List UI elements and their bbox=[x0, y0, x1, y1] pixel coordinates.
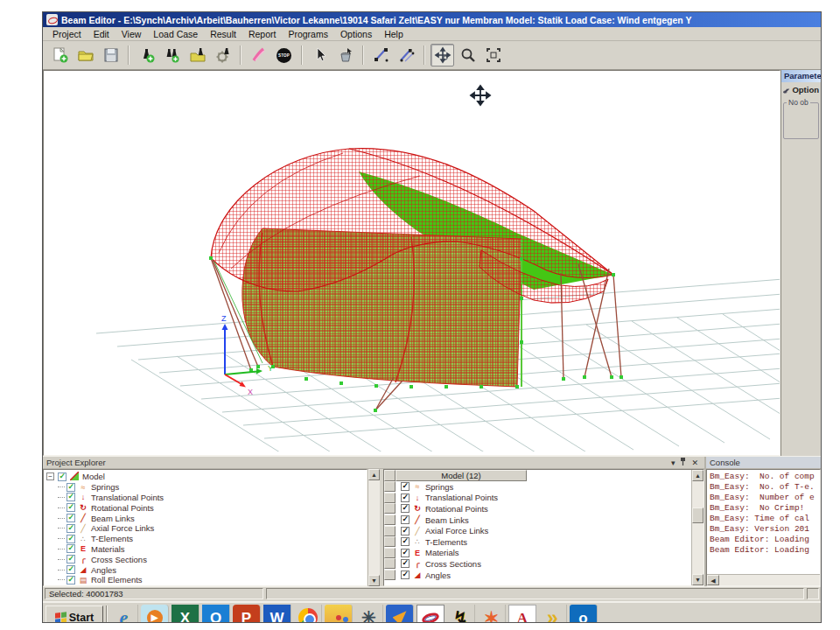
model-list-row[interactable]: ◢ Angles bbox=[384, 570, 691, 581]
new-model-icon[interactable] bbox=[48, 44, 72, 66]
checkbox-checked[interactable] bbox=[66, 524, 75, 533]
save-icon[interactable] bbox=[99, 44, 122, 66]
draw-polyline-icon[interactable] bbox=[395, 44, 418, 66]
pin-icon[interactable] bbox=[677, 458, 689, 468]
checkbox-checked[interactable] bbox=[401, 527, 410, 536]
titlebar[interactable]: Beam Editor - E:\Synch\Archiv\Arbeit\Bau… bbox=[43, 12, 821, 27]
add-load-case-icon[interactable] bbox=[135, 44, 158, 66]
checkbox-checked[interactable] bbox=[401, 504, 410, 513]
send-icon[interactable]: » bbox=[539, 605, 567, 623]
outlook-icon[interactable]: O bbox=[202, 605, 230, 623]
scroll-left-icon[interactable]: ◀ bbox=[707, 575, 719, 585]
checkbox-checked[interactable] bbox=[401, 559, 410, 568]
parameter-panel-caption[interactable]: Parameter bbox=[781, 70, 821, 82]
checkbox-checked[interactable] bbox=[401, 549, 410, 557]
beam-editor-icon[interactable] bbox=[416, 605, 444, 623]
tree-item[interactable]: ╱ Beam Links bbox=[46, 513, 367, 523]
tree-item[interactable]: ╭ Cross Sections bbox=[46, 554, 367, 564]
fan-icon[interactable]: ✳ bbox=[355, 605, 383, 623]
scroll-up-icon[interactable]: ▲ bbox=[692, 470, 704, 481]
model-list-row[interactable]: ╱ Beam Links bbox=[384, 514, 691, 526]
zoom-icon[interactable] bbox=[456, 44, 480, 66]
erase-icon[interactable] bbox=[333, 44, 357, 66]
menu-item[interactable]: Result bbox=[204, 28, 242, 40]
scroll-up-icon[interactable]: ▲ bbox=[368, 469, 380, 480]
checkbox-checked[interactable] bbox=[66, 555, 75, 564]
compute-load-case-icon[interactable] bbox=[211, 44, 234, 66]
tree-item[interactable]: E Materials bbox=[46, 544, 367, 555]
tree-item[interactable]: ◢ Angles bbox=[46, 564, 367, 575]
close-icon[interactable]: ✕ bbox=[689, 458, 701, 468]
add-load-group-icon[interactable] bbox=[160, 44, 184, 66]
tree-item[interactable]: ╱ Axial Force Links bbox=[46, 523, 367, 534]
checkbox-checked[interactable] bbox=[66, 544, 75, 553]
acrobat-icon[interactable]: A bbox=[508, 605, 536, 623]
menu-item[interactable]: Load Case bbox=[147, 28, 204, 40]
checkbox-checked[interactable] bbox=[66, 535, 75, 543]
tree-root-model[interactable]: − Model bbox=[46, 472, 367, 482]
scroll-thumb[interactable] bbox=[692, 508, 704, 523]
menu-item[interactable]: Project bbox=[46, 28, 88, 40]
zoom-extents-icon[interactable] bbox=[481, 44, 505, 66]
checkbox-checked[interactable] bbox=[58, 472, 66, 481]
draw-result-icon[interactable] bbox=[247, 44, 270, 66]
3d-viewport[interactable]: Z Y X bbox=[43, 70, 780, 456]
project-explorer-caption[interactable]: Project Explorer ▾ ✕ bbox=[43, 457, 704, 469]
model-list-row[interactable]: ∴ T-Elements bbox=[384, 536, 691, 548]
collapse-icon[interactable]: − bbox=[46, 472, 54, 480]
select-cursor-icon[interactable] bbox=[308, 44, 332, 66]
start-button[interactable]: Start bbox=[46, 606, 103, 623]
model-list-row[interactable]: ╭ Cross Sections bbox=[384, 558, 691, 570]
orbit-icon[interactable] bbox=[430, 44, 454, 66]
menu-item[interactable]: Options bbox=[334, 28, 378, 40]
console-horizontal-scrollbar[interactable]: ◀ bbox=[707, 574, 820, 585]
scroll-down-icon[interactable]: ▼ bbox=[368, 575, 380, 586]
checkbox-checked[interactable] bbox=[66, 576, 75, 584]
menu-item[interactable]: View bbox=[116, 28, 148, 40]
chrome-icon[interactable] bbox=[294, 605, 322, 623]
media-player-icon[interactable]: ▶ bbox=[141, 605, 169, 623]
model-list-row[interactable]: ↓ Translational Points bbox=[384, 493, 691, 504]
outlook2-icon[interactable]: o bbox=[570, 605, 598, 623]
open-load-case-icon[interactable] bbox=[186, 44, 209, 66]
ie-icon[interactable]: e bbox=[110, 605, 138, 623]
scroll-down-icon[interactable]: ▼ bbox=[692, 574, 704, 585]
model-list-row[interactable]: ↻ Rotational Points bbox=[384, 503, 691, 514]
console-output[interactable]: Bm_Easy: No. of comp Bm_Easy: No. of T-e… bbox=[706, 469, 821, 586]
powerpoint-icon[interactable]: P bbox=[233, 605, 261, 623]
stop-icon[interactable]: STOP bbox=[272, 44, 296, 66]
model-list-header[interactable]: Model (12) bbox=[396, 470, 527, 481]
console-caption[interactable]: Console bbox=[706, 457, 821, 469]
model-list[interactable]: Model (12) ≈ Springs bbox=[384, 470, 691, 585]
paint-icon[interactable] bbox=[325, 605, 353, 623]
navigator-icon[interactable] bbox=[386, 605, 414, 623]
checkbox-checked[interactable] bbox=[66, 565, 75, 574]
flash-icon[interactable]: ↯ bbox=[447, 605, 475, 623]
model-list-row[interactable]: E Materials bbox=[384, 548, 691, 559]
checkbox-checked[interactable] bbox=[401, 482, 410, 491]
panel-menu-icon[interactable]: ▾ bbox=[668, 458, 678, 468]
checkbox-checked[interactable] bbox=[66, 514, 75, 522]
menu-item[interactable]: Report bbox=[242, 28, 283, 40]
draw-line-icon[interactable] bbox=[369, 44, 393, 66]
tree-item[interactable]: ∴ T-Elements bbox=[46, 534, 367, 544]
menu-item[interactable]: Help bbox=[378, 28, 410, 40]
checkbox-checked[interactable] bbox=[66, 483, 75, 492]
tree-item[interactable]: ↻ Rotational Points bbox=[46, 502, 367, 513]
project-tree[interactable]: − Model ≈ Springs bbox=[43, 469, 368, 586]
model-list-row[interactable]: ≈ Springs bbox=[384, 481, 691, 493]
option-row[interactable]: Option bbox=[781, 82, 821, 97]
checkbox-checked[interactable] bbox=[66, 503, 75, 512]
model-list-vertical-scrollbar[interactable]: ▲ ▼ bbox=[691, 470, 704, 585]
star-icon[interactable]: ✶ bbox=[478, 605, 506, 623]
excel-icon[interactable]: X bbox=[172, 605, 200, 623]
checkbox-checked[interactable] bbox=[401, 515, 410, 524]
tree-item[interactable]: ▤ Roll Elements bbox=[46, 575, 367, 585]
checkbox-checked[interactable] bbox=[401, 570, 410, 579]
menu-item[interactable]: Edit bbox=[88, 28, 116, 40]
open-icon[interactable] bbox=[74, 44, 97, 66]
word-icon[interactable]: W bbox=[263, 605, 291, 623]
tree-vertical-scrollbar[interactable]: ▲ ▼ bbox=[368, 469, 380, 586]
model-list-row[interactable]: ╱ Axial Force Links bbox=[384, 525, 691, 536]
checkbox-checked[interactable] bbox=[401, 537, 410, 546]
